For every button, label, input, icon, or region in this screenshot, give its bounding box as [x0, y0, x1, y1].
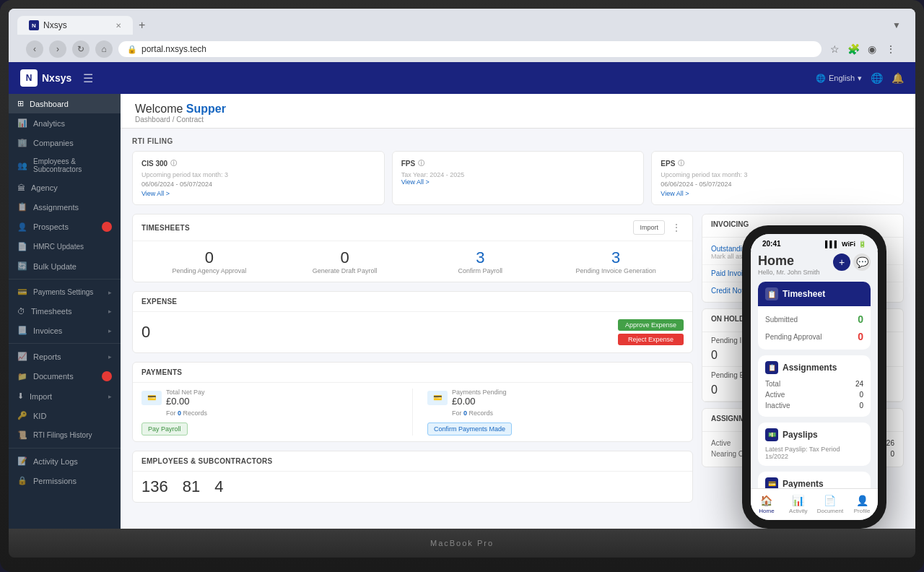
eps-link[interactable]: View All > — [661, 190, 894, 197]
home-btn[interactable]: ⌂ — [95, 40, 113, 58]
assignments-total-label: Total — [765, 380, 780, 388]
cis300-link[interactable]: View All > — [141, 190, 375, 197]
address-bar[interactable]: 🔒 portal.nxsys.tech — [118, 41, 821, 57]
sidebar-item-prospects[interactable]: 👤 Prospects — [9, 217, 121, 237]
sidebar-label-bulk: Bulk Update — [33, 262, 77, 271]
phone-content: Home Hello, Mr. John Smith + 💬 📋 Timeshe… — [751, 251, 878, 488]
total-net-pay-label: Total Net Pay — [166, 389, 205, 396]
reject-expense-btn[interactable]: Reject Expense — [618, 334, 684, 345]
sidebar-item-assignments[interactable]: 📋 Assignments — [9, 197, 121, 217]
browser-toolbar: ‹ › ↻ ⌂ 🔒 portal.nxsys.tech ☆ 🧩 ◉ ⋮ — [17, 36, 907, 62]
extensions-icon[interactable]: 🧩 — [846, 42, 860, 56]
sidebar-item-dashboard[interactable]: ⊞ Dashboard — [9, 94, 121, 113]
menu-dots-icon[interactable]: ⋮ — [884, 42, 898, 56]
sidebar-item-companies[interactable]: 🏢 Companies — [9, 133, 121, 152]
sidebar-item-kid[interactable]: 🔑 KID — [9, 406, 121, 425]
employees-icon: 👥 — [17, 161, 27, 170]
back-btn[interactable]: ‹ — [26, 40, 43, 58]
assignments-inactive-value: 0 — [859, 402, 863, 410]
phone-header: Home Hello, Mr. John Smith + 💬 — [758, 251, 871, 282]
sidebar-item-reports[interactable]: 📈 Reports ▸ — [9, 347, 121, 366]
globe-icon[interactable]: 🌐 — [871, 72, 883, 84]
stat-pending-agency: 0 Pending Agency Approval — [141, 248, 277, 274]
approve-expense-btn[interactable]: Approve Expense — [618, 319, 684, 331]
forward-btn[interactable]: › — [49, 40, 66, 58]
hamburger-icon[interactable]: ☰ — [83, 72, 93, 85]
sidebar-item-rti[interactable]: 📜 RTI Filings History — [9, 425, 121, 445]
emp-stat-2: 4 — [214, 477, 223, 496]
invoices-chevron-icon: ▸ — [108, 327, 112, 334]
rti-icon: 📜 — [17, 430, 27, 440]
rti-section-title: RTI FILING — [132, 137, 904, 145]
expense-header: EXPENSE — [133, 292, 692, 312]
new-tab-btn[interactable]: + — [133, 14, 151, 36]
assignments-active-value: 0 — [859, 391, 863, 399]
import-btn[interactable]: Import — [633, 220, 665, 235]
phone-assignments-inactive: Inactive 0 — [765, 400, 863, 411]
cis300-info-icon[interactable]: ⓘ — [170, 159, 177, 168]
sidebar-item-payments-settings[interactable]: 💳 Payments Settings ▸ — [9, 282, 121, 302]
tab-close-btn[interactable]: ✕ — [116, 22, 121, 30]
phone-page-title: Home — [758, 254, 820, 269]
profile-icon[interactable]: ◉ — [865, 42, 879, 56]
url-text: portal.nxsys.tech — [141, 44, 206, 54]
sidebar-item-bulk[interactable]: 🔄 Bulk Update — [9, 256, 121, 276]
stat-num-1: 0 — [277, 248, 413, 267]
phone-assignments-title: Assignments — [783, 363, 837, 373]
pay-payroll-btn[interactable]: Pay Payroll — [141, 422, 188, 436]
phone-message-btn[interactable]: 💬 — [853, 254, 871, 271]
bell-icon[interactable]: 🔔 — [892, 72, 904, 84]
phone-nav-activity[interactable]: 📊 Activity — [783, 492, 814, 517]
app-header: N Nxsys ☰ 🌐 English ▾ 🌐 🔔 — [9, 62, 915, 94]
fps-link[interactable]: View All > — [401, 178, 635, 186]
welcome-prefix: Welcome — [135, 103, 183, 115]
app-logo: N Nxsys — [20, 69, 71, 87]
sidebar-label-payments-settings: Payments Settings — [33, 288, 93, 296]
emp-num-1: 81 — [183, 477, 200, 496]
eps-info-icon[interactable]: ⓘ — [678, 159, 684, 168]
sidebar-label-rti: RTI Filings History — [33, 431, 92, 439]
signal-icon: ▌▌▌ — [825, 240, 839, 248]
sidebar-label-prospects: Prospects — [33, 222, 69, 231]
phone-nav-document[interactable]: 📄 Document — [814, 492, 846, 517]
sidebar-item-hmrc[interactable]: 📄 HMRC Updates — [9, 237, 121, 256]
phone-profile-icon: 👤 — [856, 495, 868, 506]
phone-screen: 20:41 ▌▌▌ WiFi 🔋 Home Hello, Mr. John Sm… — [751, 234, 878, 520]
employees-title: EMPLOYEES & SUBCONTRACTORS — [141, 457, 273, 465]
sidebar-item-employees[interactable]: 👥 Employees & Subcontractors — [9, 152, 121, 178]
sidebar-item-analytics[interactable]: 📊 Analytics — [9, 113, 121, 133]
sidebar-item-permissions[interactable]: 🔒 Permissions — [9, 471, 121, 490]
tab-title: Nxsys — [43, 20, 67, 30]
reload-btn[interactable]: ↻ — [72, 40, 90, 58]
sidebar-item-import[interactable]: ⬇ Import ▸ — [9, 386, 121, 406]
sidebar-item-documents[interactable]: 📁 Documents — [9, 366, 121, 386]
phone-nav-home[interactable]: 🏠 Home — [751, 492, 783, 517]
payments-pending-row: 💳 Payments Pending £0.00 — [427, 389, 684, 407]
battery-icon: 🔋 — [858, 240, 866, 248]
wifi-icon: WiFi — [842, 240, 855, 248]
payment-left-icon: 💳 — [141, 391, 162, 405]
phone-add-btn[interactable]: + — [833, 254, 850, 271]
star-icon[interactable]: ☆ — [827, 42, 842, 56]
phone-nav-profile[interactable]: 👤 Profile — [846, 492, 878, 517]
phone-assignments-icon: 📋 — [765, 361, 778, 374]
sidebar-item-agency[interactable]: 🏛 Agency — [9, 178, 121, 197]
page-header: Welcome Supper Dashboard / Contract — [121, 94, 915, 129]
stat-label-2: Confirm Payroll — [413, 267, 549, 274]
payment-left: 💳 Total Net Pay £0.00 For 0 — [141, 389, 398, 436]
browser-tab[interactable]: N Nxsys ✕ — [17, 16, 133, 35]
sidebar-item-timesheets[interactable]: ⏱ Timesheets ▸ — [9, 302, 121, 321]
sidebar-item-invoices[interactable]: 📃 Invoices ▸ — [9, 321, 121, 340]
language-selector[interactable]: 🌐 English ▾ — [816, 74, 862, 83]
phone-header-buttons: + 💬 — [833, 254, 871, 271]
sidebar-item-activity[interactable]: 📝 Activity Logs — [9, 451, 121, 471]
tab-dropdown-btn[interactable]: ▼ — [886, 20, 907, 30]
fps-info-icon[interactable]: ⓘ — [418, 159, 424, 168]
employees-block: EMPLOYEES & SUBCONTRACTORS 136 81 — [132, 451, 693, 503]
phone-overlay: 20:41 ▌▌▌ WiFi 🔋 Home Hello, Mr. John Sm… — [742, 225, 886, 529]
stat-pending-invoice: 3 Pending Invoice Generation — [548, 248, 684, 274]
hmrc-icon: 📄 — [17, 242, 27, 251]
sidebar-label-agency: Agency — [31, 183, 58, 192]
confirm-payments-btn[interactable]: Confirm Payments Made — [427, 422, 512, 436]
more-options-icon[interactable]: ⋮ — [669, 220, 684, 235]
